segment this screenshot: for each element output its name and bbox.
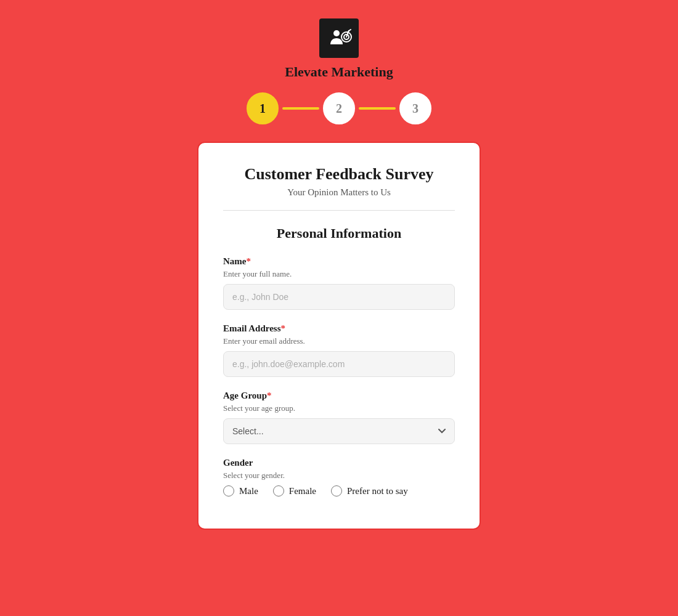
svg-point-0	[333, 30, 340, 36]
email-label: Email Address*	[223, 323, 455, 334]
form-title: Customer Feedback Survey	[223, 165, 455, 184]
gender-male-radio[interactable]	[223, 485, 234, 496]
name-input[interactable]	[223, 284, 455, 310]
gender-male-label: Male	[239, 486, 258, 496]
step-line-1	[282, 107, 319, 110]
step-line-2	[359, 107, 396, 110]
form-card: Customer Feedback Survey Your Opinion Ma…	[197, 142, 481, 530]
name-required-marker: *	[247, 256, 251, 266]
gender-female-option[interactable]: Female	[273, 485, 316, 496]
name-field-group: Name* Enter your full name.	[223, 256, 455, 310]
gender-radio-group: Male Female Prefer not to say	[223, 485, 455, 496]
name-label: Name*	[223, 256, 455, 267]
section-title: Personal Information	[223, 225, 455, 241]
age-group-field-group: Age Group* Select your age group. Select…	[223, 391, 455, 444]
form-header: Customer Feedback Survey Your Opinion Ma…	[223, 165, 455, 198]
header: Elevate Marketing	[285, 18, 393, 80]
step-1[interactable]: 1	[247, 92, 279, 124]
gender-label: Gender	[223, 458, 455, 468]
email-hint: Enter your email address.	[223, 336, 455, 346]
age-group-label: Age Group*	[223, 391, 455, 401]
form-subtitle: Your Opinion Matters to Us	[223, 187, 455, 198]
logo-icon	[325, 25, 353, 52]
step-3[interactable]: 3	[399, 92, 431, 124]
name-hint: Enter your full name.	[223, 269, 455, 279]
gender-hint: Select your gender.	[223, 471, 455, 480]
gender-female-radio[interactable]	[273, 485, 284, 496]
section-divider	[223, 210, 455, 211]
logo-box	[319, 18, 359, 58]
app-title: Elevate Marketing	[285, 64, 393, 80]
gender-prefer-not-option[interactable]: Prefer not to say	[331, 485, 408, 496]
age-group-select[interactable]: Select... Under 18 18-24 25-34 35-44 45-…	[223, 418, 455, 444]
gender-male-option[interactable]: Male	[223, 485, 258, 496]
gender-female-label: Female	[289, 486, 316, 496]
email-field-group: Email Address* Enter your email address.	[223, 323, 455, 377]
stepper: 1 2 3	[247, 92, 431, 124]
email-required-marker: *	[281, 323, 286, 333]
age-group-hint: Select your age group.	[223, 403, 455, 413]
gender-prefer-not-radio[interactable]	[331, 485, 342, 496]
email-input[interactable]	[223, 351, 455, 377]
gender-field-group: Gender Select your gender. Male Female P…	[223, 458, 455, 496]
step-2[interactable]: 2	[323, 92, 355, 124]
age-group-required-marker: *	[267, 391, 272, 400]
gender-prefer-not-label: Prefer not to say	[347, 486, 408, 496]
